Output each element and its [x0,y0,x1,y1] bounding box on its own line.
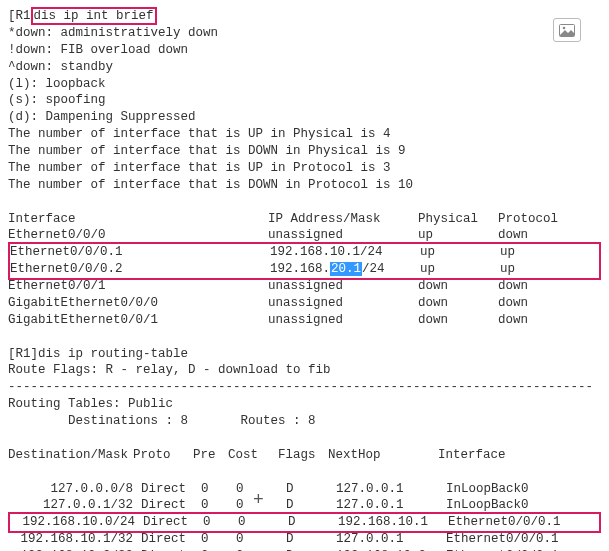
col-physical: Physical [418,211,498,228]
col-flags: Flags [278,447,328,464]
command-highlight: dis ip int brief [31,7,157,25]
route-row: 127.0.0.0/8Direct00D127.0.0.1InLoopBack0 [8,481,601,498]
interface-row: Ethernet0/0/0.2192.168.20.1/24upup [10,261,599,278]
interface-row: Ethernet0/0/1unassigneddowndown [8,278,601,295]
route-row: 127.0.0.1/32Direct00D127.0.0.1InLoopBack… [8,497,601,514]
legend-line: *down: administratively down [8,25,601,42]
col-dest: Destination/Mask [8,447,133,464]
col-ip: IP Address/Mask [268,211,418,228]
highlight-box: 192.168.10.0/24Direct00D192.168.10.1Ethe… [8,512,601,533]
col-nexthop: NextHop [328,447,438,464]
routing-command-line: [R1]dis ip routing-table [8,346,601,363]
legend-line: ^down: standby [8,59,601,76]
routing-counts: Destinations : 8 Routes : 8 [8,413,601,430]
col-pre: Pre [193,447,228,464]
rt-header-row: Destination/MaskProtoPreCostFlagsNextHop… [8,447,601,464]
legend-line: (d): Dampening Suppressed [8,109,601,126]
prompt: [R1] [8,347,38,361]
summary-line: The number of interface that is DOWN in … [8,143,601,160]
routing-public: Routing Tables: Public [8,396,601,413]
selection: 20.1 [330,262,362,276]
col-proto: Proto [133,447,193,464]
interface-row: GigabitEthernet0/0/1unassigneddowndown [8,312,601,329]
svg-point-1 [563,26,566,29]
routing-command: dis ip routing-table [38,347,188,361]
route-row: 192.168.10.1/32Direct00D127.0.0.1Etherne… [8,531,601,548]
terminal-output: { "prompt": "[R1", "command": "dis ip in… [8,8,601,551]
if-header-row: InterfaceIP Address/MaskPhysicalProtocol [8,211,601,228]
interface-row: GigabitEthernet0/0/0unassigneddowndown [8,295,601,312]
routes-count: Routes : 8 [241,414,316,428]
legend-block: *down: administratively down!down: FIB o… [8,25,601,126]
interface-row: Ethernet0/0/0.1192.168.10.1/24upup [10,244,599,261]
route-row: 192.168.10.0/24Direct00D192.168.10.1Ethe… [10,514,599,531]
interface-row: Ethernet0/0/0unassignedupdown [8,227,601,244]
legend-line: !down: FIB overload down [8,42,601,59]
routing-table: Destination/MaskProtoPreCostFlagsNextHop… [8,447,601,551]
col-cost: Cost [228,447,278,464]
dest-count: Destinations : 8 [68,414,188,428]
col-interface: Interface [8,211,268,228]
image-placeholder-icon [553,18,581,42]
col-interface: Interface [438,447,506,464]
legend-line: (s): spoofing [8,92,601,109]
highlight-box: Ethernet0/0/0.1192.168.10.1/24upupEthern… [8,242,601,280]
summary-line: The number of interface that is DOWN in … [8,177,601,194]
legend-line: (l): loopback [8,76,601,93]
summary-line: The number of interface that is UP in Pr… [8,160,601,177]
divider: ----------------------------------------… [8,379,601,396]
col-protocol: Protocol [498,211,558,228]
summary-line: The number of interface that is UP in Ph… [8,126,601,143]
route-flags-legend: Route Flags: R - relay, D - download to … [8,362,601,379]
summary-block: The number of interface that is UP in Ph… [8,126,601,194]
prompt: [R1 [8,9,31,23]
command-line: [R1dis ip int brief [8,8,601,25]
interface-table: InterfaceIP Address/MaskPhysicalProtocol… [8,211,601,329]
